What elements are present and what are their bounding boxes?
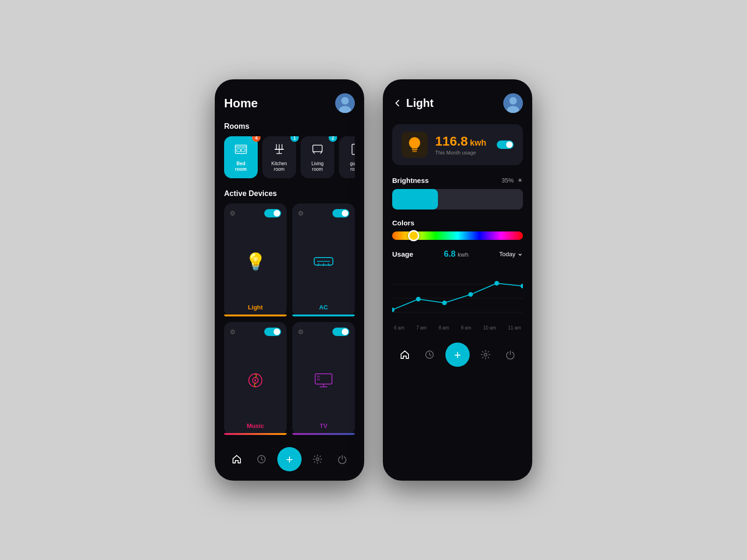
svg-point-54 bbox=[484, 353, 487, 356]
light-icon-area: 💡 bbox=[230, 221, 281, 302]
color-knob[interactable] bbox=[408, 230, 419, 241]
time-label-0: 6 am bbox=[394, 325, 404, 330]
usage-chart-value-display: 6.8 kwh bbox=[444, 249, 469, 259]
tv-device-name: TV bbox=[298, 422, 349, 429]
svg-point-27 bbox=[254, 379, 256, 381]
living-name: Livingroom bbox=[311, 161, 324, 172]
color-slider[interactable] bbox=[392, 231, 523, 240]
device-card-tv[interactable]: ⚙ TV bbox=[292, 322, 355, 435]
svg-point-49 bbox=[494, 281, 499, 286]
svg-point-47 bbox=[442, 301, 447, 305]
room-card-kitchen[interactable]: 1 Kitchenroom bbox=[262, 136, 296, 178]
colors-label: Colors bbox=[392, 219, 523, 227]
nav-add-btn[interactable]: + bbox=[277, 447, 302, 471]
detail-nav-home[interactable] bbox=[396, 346, 414, 364]
chart-area bbox=[392, 266, 523, 322]
detail-nav-clock[interactable] bbox=[421, 346, 438, 364]
detail-bottom-nav: + bbox=[392, 335, 523, 367]
time-label-3: 9 am bbox=[461, 325, 471, 330]
music-icon-area bbox=[230, 340, 281, 420]
device-top-tv: ⚙ bbox=[298, 328, 349, 336]
gear-icon-ac[interactable]: ⚙ bbox=[298, 210, 304, 217]
guest-icon bbox=[349, 142, 355, 158]
rooms-label: Rooms bbox=[224, 122, 355, 131]
brightness-section: Brightness 35% ☀ bbox=[392, 176, 523, 210]
nav-home[interactable] bbox=[228, 450, 246, 468]
svg-rect-41 bbox=[412, 151, 417, 152]
svg-rect-4 bbox=[237, 149, 240, 152]
brightness-value: 35% ☀ bbox=[501, 177, 523, 184]
home-header: Home bbox=[224, 93, 355, 113]
brightness-label: Brightness bbox=[392, 176, 429, 184]
svg-point-36 bbox=[316, 458, 319, 461]
ac-bottom-bar bbox=[292, 315, 355, 316]
time-label-4: 10 am bbox=[483, 325, 496, 330]
detail-avatar[interactable] bbox=[503, 93, 523, 113]
time-label-2: 8 am bbox=[438, 325, 449, 330]
room-badge-bedroom: 4 bbox=[252, 136, 261, 142]
brightness-slider[interactable] bbox=[392, 189, 523, 210]
nav-power[interactable] bbox=[333, 450, 351, 468]
device-card-light[interactable]: ⚙ 💡 Light bbox=[224, 203, 287, 316]
brightness-header: Brightness 35% ☀ bbox=[392, 176, 523, 184]
toggle-light[interactable] bbox=[264, 209, 281, 217]
svg-rect-15 bbox=[313, 145, 322, 152]
svg-point-50 bbox=[521, 284, 523, 288]
detail-nav-power[interactable] bbox=[501, 346, 519, 364]
svg-point-38 bbox=[509, 97, 517, 105]
room-badge-kitchen: 1 bbox=[290, 136, 299, 142]
device-card-music[interactable]: ⚙ Music bbox=[224, 322, 287, 435]
usage-chart-section: Usage 6.8 kwh Today bbox=[392, 249, 523, 330]
device-top-light: ⚙ bbox=[230, 209, 281, 217]
device-top-music: ⚙ bbox=[230, 328, 281, 336]
detail-nav-add-btn[interactable]: + bbox=[445, 343, 470, 367]
detail-title: Light bbox=[406, 97, 434, 110]
period-dropdown[interactable]: Today bbox=[499, 251, 523, 258]
rooms-row: 4 Bedroom 1 bbox=[224, 136, 355, 178]
nav-settings[interactable] bbox=[309, 450, 326, 468]
home-bottom-nav: + bbox=[224, 440, 355, 471]
svg-point-46 bbox=[416, 297, 421, 301]
room-card-guest[interactable]: 2 guestroom bbox=[339, 136, 355, 178]
svg-point-48 bbox=[468, 292, 473, 297]
usage-value-display: 116.8 kwh bbox=[435, 134, 497, 149]
ac-icon bbox=[313, 255, 334, 269]
usage-chart-svg bbox=[392, 266, 523, 322]
gear-icon-light[interactable]: ⚙ bbox=[230, 210, 236, 217]
usage-toggle[interactable] bbox=[497, 140, 514, 149]
gear-icon-tv[interactable]: ⚙ bbox=[298, 328, 304, 336]
music-bottom-bar bbox=[224, 433, 287, 435]
tv-icon-area bbox=[298, 340, 349, 420]
home-phone: Home Rooms 4 Bedr bbox=[215, 79, 364, 481]
gear-icon-music[interactable]: ⚙ bbox=[230, 328, 236, 336]
light-device-name: Light bbox=[230, 304, 281, 311]
usage-number: 116.8 bbox=[435, 134, 468, 148]
light-bulb-icon: 💡 bbox=[245, 252, 266, 272]
light-bottom-bar bbox=[224, 315, 287, 316]
usage-unit: kwh bbox=[470, 138, 486, 147]
svg-line-24 bbox=[328, 263, 329, 266]
avatar[interactable] bbox=[335, 93, 355, 113]
toggle-tv[interactable] bbox=[332, 328, 349, 336]
device-card-ac[interactable]: ⚙ AC bbox=[292, 203, 355, 316]
room-card-bedroom[interactable]: 4 Bedroom bbox=[224, 136, 258, 178]
room-card-living[interactable]: 2 Livingroom bbox=[301, 136, 334, 178]
toggle-music[interactable] bbox=[264, 328, 281, 336]
toggle-ac[interactable] bbox=[332, 209, 349, 217]
chart-time-labels: 6 am 7 am 8 am 9 am 10 am 11 am bbox=[392, 325, 523, 330]
bedroom-icon bbox=[234, 142, 247, 158]
svg-point-1 bbox=[341, 97, 349, 105]
svg-point-45 bbox=[392, 308, 395, 312]
nav-clock[interactable] bbox=[253, 450, 270, 468]
usage-info: 116.8 kwh This Month usage bbox=[435, 134, 497, 155]
colors-section: Colors bbox=[392, 219, 523, 240]
svg-line-35 bbox=[261, 459, 263, 460]
usage-bulb-icon bbox=[402, 132, 428, 158]
svg-rect-40 bbox=[412, 149, 417, 150]
back-button[interactable]: Light bbox=[392, 97, 434, 110]
light-detail-phone: Light 116.8 kwh This Month usage bbox=[383, 79, 532, 481]
detail-header: Light bbox=[392, 93, 523, 113]
detail-nav-settings[interactable] bbox=[477, 346, 494, 364]
kitchen-icon bbox=[273, 142, 286, 158]
music-device-name: Music bbox=[230, 422, 281, 429]
